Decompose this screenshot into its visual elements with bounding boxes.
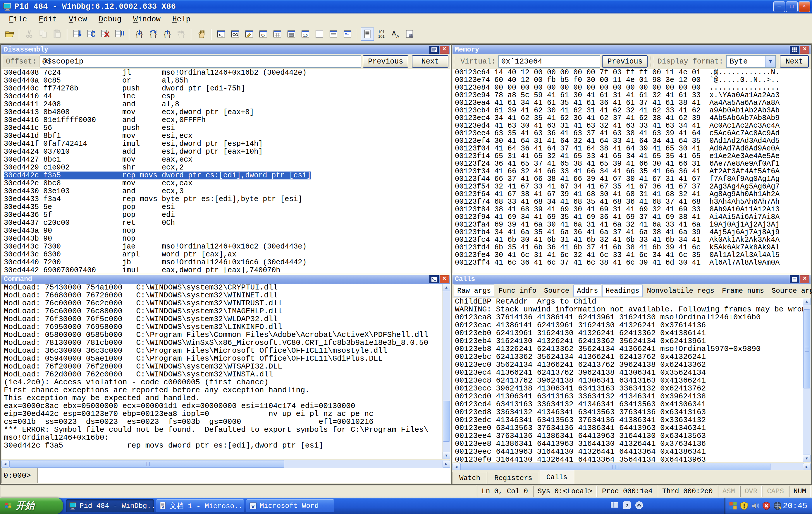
source-window-button[interactable] [327,28,340,41]
menu-window[interactable]: Window [127,14,167,24]
call-stack-row[interactable]: 00123eb4 31624130 41326241 62413362 3562… [455,337,804,345]
start-button[interactable]: 开始 [0,497,63,514]
stop-debugging-button[interactable] [98,28,112,41]
minimize-icon[interactable]: ─ [773,1,785,12]
memory-row[interactable]: 00123ff4 41 6c 36 41 6c 37 41 6c 38 41 6… [455,259,811,267]
memory-row[interactable]: 00123f04 41 64 36 41 64 37 41 64 38 41 6… [455,145,811,153]
command-window-icon[interactable] [429,275,439,283]
run-to-cursor-button[interactable]: { } [175,28,188,41]
scroll-down-icon[interactable]: ▼ [442,452,450,459]
memory-row[interactable]: 00123fb4 34 41 6a 35 41 6a 36 41 6a 37 4… [455,228,811,236]
call-stack-row[interactable]: 00123ea8 37614136 41386141 62413961 3162… [455,314,804,321]
memory-row[interactable]: 00123e94 78 a8 5c 59 41 61 30 41 61 31 4… [455,91,811,99]
tab-watch[interactable]: Watch [453,472,487,484]
registers-window-button[interactable]: 0x [257,28,270,41]
memory-row[interactable]: 00123f94 41 69 34 41 69 35 41 69 36 41 6… [455,213,811,221]
disassembly-line[interactable]: 30ed440a 0c85 or al,85h [4,77,450,85]
watch-window-button[interactable] [228,28,242,41]
step-out-button[interactable]: { } [161,28,174,41]
virtual-address-input[interactable] [498,55,600,67]
break-button[interactable] [195,28,208,41]
chevron-down-icon[interactable]: ▼ [765,56,776,67]
menu-debug[interactable]: Debug [93,14,127,24]
memory-row[interactable]: 00123fa4 69 39 41 6a 30 41 6a 31 41 6a 3… [455,221,811,228]
copy-button[interactable] [36,28,50,41]
disassembly-line[interactable]: 30ed440c ff74278b push dword ptr [edi-75… [4,85,450,92]
call-stack-row[interactable]: 00123ec4 41366241 62413762 39624138 4130… [455,369,804,377]
step-over-button[interactable]: { } [147,28,160,41]
calls-horizontal-scrollbar[interactable]: ◀ ||| ▶ [453,463,811,471]
scrollbar-thumb[interactable]: ||| [460,463,771,471]
call-stack-row[interactable]: 00123ec0 35624134 41366241 62413762 3962… [455,361,804,369]
call-stack-row[interactable]: 00123eec 64413963 31644130 41326441 6441… [455,448,804,456]
disassembly-line[interactable]: 30ed4411 2408 and al,8 [4,100,450,108]
firewall-tray-icon[interactable] [773,501,782,511]
task-word[interactable]: WMicrosoft Word [246,499,334,512]
memory-row[interactable]: 00123ec4 34 41 62 35 41 62 36 41 62 37 4… [455,114,811,122]
command-horizontal-scrollbar[interactable]: ◀ ||| ▶ [1,460,450,468]
paste-button[interactable] [51,28,64,41]
close-icon[interactable]: × [800,275,809,283]
scroll-right-icon[interactable]: ▶ [442,460,450,468]
call-stack-row[interactable]: 00123ed0 41306341 63413163 33634132 4134… [455,393,804,400]
command-window-button[interactable] [214,28,228,41]
security-warning-tray-icon[interactable] [740,501,749,511]
scratch-pad-button[interactable]: 1.0 [299,28,312,41]
scrollbar-thumb[interactable]: ||| [803,309,810,388]
call-stack-row[interactable]: 00123ed4 63413163 33634132 41346341 6341… [455,400,804,408]
disassembly-titlebar[interactable]: Disassembly × [1,45,450,54]
call-stack-row[interactable]: 00123ed8 33634132 41346341 63413563 3763… [455,408,804,416]
display-format-select[interactable]: Byte ▼ [726,55,776,67]
disassembly-line[interactable]: 30ed443a 90 nop [4,227,450,235]
memory-row[interactable]: 00123e84 00 00 00 00 00 00 00 00 00 00 0… [455,84,811,91]
scroll-left-icon[interactable]: ◀ [1,460,9,468]
options-button[interactable] [403,28,416,41]
call-stack-row[interactable]: 00123ef0 31644130 41326441 64413364 3564… [455,456,804,462]
locals-window-button[interactable] [242,28,256,41]
menu-view[interactable]: View [63,14,93,24]
toolbar-grip[interactable] [650,56,653,67]
go-button[interactable] [70,28,84,41]
disassembly-window-icon[interactable] [429,46,439,54]
call-stack-row[interactable]: 00123eac 41386141 62413961 31624130 4132… [455,321,804,329]
volume-tray-icon[interactable] [751,501,760,511]
close-icon[interactable]: × [799,1,810,12]
call-stack-row[interactable]: 00123ee8 41386341 64413963 31644130 4132… [455,440,804,448]
call-stack-window-button[interactable] [285,28,298,41]
headings-button[interactable]: Headings [602,285,643,297]
call-stack-row[interactable]: ChildEBP RetAddr Args to Child [455,298,804,305]
memory-row[interactable]: 00123ef4 30 41 64 31 41 64 32 41 64 33 4… [455,137,811,145]
step-into-button[interactable]: { } [133,28,146,41]
menu-file[interactable]: File [3,14,33,24]
call-stack-row[interactable]: 00123eb0 62413961 31624130 41326241 6241… [455,329,804,337]
menu-help[interactable]: Help [167,14,196,24]
nonvolatile-regs-button[interactable]: Nonvolatile regs [643,285,718,297]
command-vertical-scrollbar[interactable]: ▲ ▼ [442,283,450,459]
memory-row[interactable]: 00123f24 36 41 65 37 41 65 38 41 65 39 4… [455,160,811,168]
memory-window-button[interactable] [270,28,284,41]
source-args-button[interactable]: Source args [768,285,812,297]
assembly-options-button[interactable]: 101101 [375,28,388,41]
disassembly-line[interactable]: 30ed4433 f3a4 rep movs byte ptr es:[edi]… [4,195,450,203]
tab-registers[interactable]: Registers [488,472,539,484]
disassembly-line[interactable]: 30ed4410 44 inc esp [4,92,450,100]
memory-row[interactable]: 00123f84 38 41 68 39 41 69 30 41 69 31 4… [455,206,811,213]
call-stack-row[interactable]: 00123ecc 39624138 41306341 63413163 3363… [455,385,804,393]
office-tray-icon[interactable] [728,501,738,511]
disassembly-line[interactable]: 30ed441d 8bf1 mov esi,ecx [4,132,450,140]
memory-window-icon[interactable] [790,46,799,54]
memory-row[interactable]: 00123f44 66 37 41 66 38 41 66 39 41 67 3… [455,175,811,183]
disassembly-window-button[interactable] [341,28,354,41]
memory-row[interactable]: 00123fe4 30 41 6c 31 41 6c 32 41 6c 33 4… [455,251,811,259]
display-icon[interactable] [610,501,619,511]
memory-titlebar[interactable]: Memory × [453,45,811,54]
memory-row[interactable]: 00123f64 41 67 38 41 67 39 41 68 30 41 6… [455,191,811,198]
disassembly-line[interactable]: 30ed4436 5f pop edi [4,211,450,219]
calls-vertical-scrollbar[interactable]: ▲ ||| ▼ [803,298,811,462]
call-stack-row[interactable]: 00123ee0 63413563 37634136 41386341 6441… [455,424,804,432]
font-button[interactable]: AA [389,28,402,41]
restore-icon[interactable]: ❐ [786,1,798,12]
command-titlebar[interactable]: Command × [1,275,450,283]
disassembly-previous-button[interactable]: Previous [363,55,408,67]
menu-edit[interactable]: Edit [33,14,63,24]
